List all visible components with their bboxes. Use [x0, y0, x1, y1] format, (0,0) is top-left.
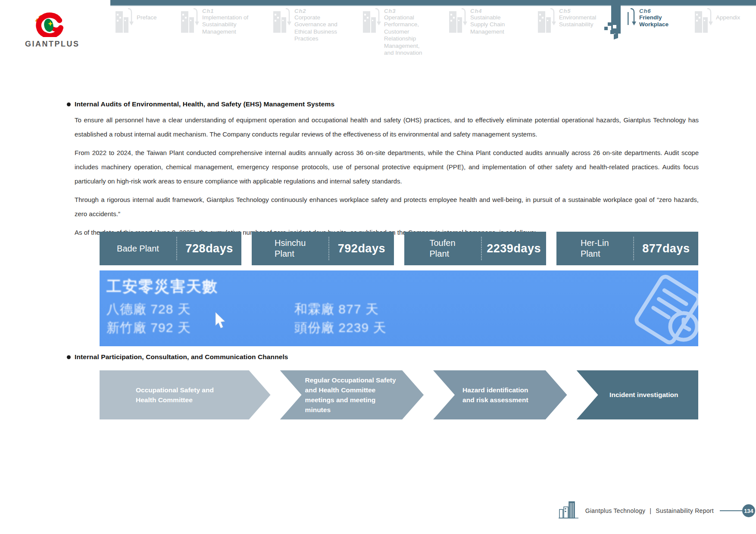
plant-name: Hsinchu Plant	[275, 238, 306, 259]
nav-tab-ch2[interactable]: Ch2Corporate Governance and Ethical Busi…	[273, 7, 344, 43]
days-value: 2239days	[482, 242, 546, 255]
nav-label: Corporate Governance and Ethical Busines…	[294, 14, 344, 43]
page-footer: Giantplus Technology | Sustainability Re…	[559, 499, 756, 523]
process-step-1: Occupational Safety and Health Committee	[100, 370, 271, 419]
chapter-number: Ch6	[639, 8, 675, 14]
section1-heading: Internal Audits of Environmental, Health…	[75, 100, 334, 108]
section2-heading-row: Internal Participation, Consultation, an…	[67, 353, 288, 361]
stat-card-toufen: Toufen Plant 2239days	[404, 232, 546, 265]
section2-heading: Internal Participation, Consultation, an…	[75, 353, 288, 361]
building-icon	[273, 8, 291, 43]
banner-line: 八德廠 728 天	[106, 301, 191, 318]
stat-card-bade: Bade Plant 728days	[100, 232, 241, 265]
nav-label: Appendix	[716, 14, 750, 21]
nav-label: Preface	[137, 14, 167, 21]
days-value: 728days	[177, 242, 241, 255]
nav-tab-ch6-active[interactable]: Ch6Friendly Workplace	[623, 7, 675, 34]
building-icon	[116, 8, 134, 34]
building-icon	[695, 8, 713, 34]
chapter-number: Ch2	[294, 8, 344, 14]
building-icon	[623, 8, 636, 34]
days-value: 792days	[329, 242, 394, 255]
chapter-number: Ch5	[559, 8, 602, 14]
bullet-icon	[67, 355, 71, 359]
footer-text: Giantplus Technology | Sustainability Re…	[585, 507, 714, 514]
section1-heading-row: Internal Audits of Environmental, Health…	[67, 100, 334, 108]
intranet-screenshot-banner: 工安零災害天數 八德廠 728 天 新竹廠 792 天 和霖廠 877 天 頭份…	[100, 270, 698, 346]
process-step-4: Incident investigation	[577, 370, 698, 419]
banner-line: 新竹廠 792 天	[106, 319, 191, 337]
bullet-icon	[67, 102, 71, 106]
nav-tab-ch5[interactable]: Ch5Environmental Sustainability	[538, 7, 602, 34]
paragraph: Through a rigorous internal audit framew…	[75, 192, 699, 221]
process-step-2: Regular Occupational Safety and Health C…	[280, 370, 424, 419]
nav-label: Implementation of Sustainability Managem…	[202, 14, 254, 35]
step-label: Occupational Safety and Health Committee	[100, 385, 236, 405]
pixel-square	[604, 27, 608, 30]
communication-process-arrows: Occupational Safety and Health Committee…	[100, 370, 698, 419]
stat-card-herlin: Her-Lin Plant 877days	[556, 232, 698, 265]
plant-name: Bade Plant	[117, 243, 159, 254]
pixel-square	[614, 33, 618, 40]
nav-label: Environmental Sustainability	[559, 14, 602, 28]
footer-divider: |	[650, 507, 651, 514]
pixel-square	[608, 22, 611, 26]
section1-paragraphs: To ensure all personnel have a clear und…	[75, 113, 699, 244]
nav-tab-ch4[interactable]: Ch4Sustainable Supply Chain Management	[449, 7, 512, 35]
process-step-3: Hazard identification and risk assessmen…	[433, 370, 567, 419]
chapter-number: Ch1	[202, 8, 254, 14]
paragraph: To ensure all personnel have a clear und…	[75, 113, 699, 141]
footer-rule	[720, 510, 742, 511]
nav-tab-ch3[interactable]: Ch3Operational Performance, Customer Rel…	[363, 7, 431, 57]
banner-line: 頭份廠 2239 天	[294, 319, 386, 337]
nav-label: Sustainable Supply Chain Management	[470, 14, 512, 35]
zero-incident-days-cards: Bade Plant 728days Hsinchu Plant 792days…	[100, 232, 698, 265]
building-icon	[181, 8, 199, 35]
step-label: Hazard identification and risk assessmen…	[433, 385, 532, 405]
footer-company: Giantplus Technology	[585, 507, 646, 514]
paragraph: From 2022 to 2024, the Taiwan Plant cond…	[75, 146, 699, 188]
step-label: Regular Occupational Safety and Health C…	[280, 375, 402, 415]
mouse-cursor-icon	[214, 312, 226, 332]
pixel-square	[613, 25, 616, 28]
top-accent-bar	[110, 0, 756, 6]
nav-tab-preface[interactable]: Preface	[116, 7, 167, 34]
nav-tab-appendix[interactable]: Appendix	[695, 7, 750, 34]
nav-label: Friendly Workplace	[639, 14, 675, 28]
page-number-badge: 134	[742, 504, 755, 517]
step-label: Incident investigation	[597, 390, 678, 400]
active-chapter-ribbon	[611, 0, 621, 34]
pixel-square	[610, 30, 614, 34]
skyline-icon	[559, 501, 581, 521]
footer-report: Sustainability Report	[656, 507, 714, 514]
days-value: 877days	[634, 242, 698, 255]
nav-tab-ch1[interactable]: Ch1Implementation of Sustainability Mana…	[181, 7, 254, 35]
chapter-number: Ch3	[384, 8, 431, 14]
document-clock-icon	[628, 271, 698, 346]
building-icon	[363, 8, 381, 57]
logo-wordmark: GIANTPLUS	[25, 40, 72, 49]
building-icon	[538, 8, 556, 34]
giantplus-logo-icon	[28, 9, 69, 37]
page-header: GIANTPLUS Preface Ch1Implementation of S…	[0, 0, 756, 60]
chapter-number	[716, 8, 750, 14]
building-icon	[449, 8, 467, 35]
plant-name: Her-Lin Plant	[581, 238, 609, 259]
plant-name: Toufen Plant	[429, 238, 455, 259]
banner-title: 工安零災害天數	[106, 276, 218, 297]
giantplus-logo: GIANTPLUS	[25, 9, 72, 49]
chapter-number	[137, 8, 167, 14]
stat-card-hsinchu: Hsinchu Plant 792days	[252, 232, 394, 265]
banner-line: 和霖廠 877 天	[294, 301, 379, 318]
chapter-number: Ch4	[470, 8, 512, 14]
nav-label: Operational Performance, Customer Relati…	[384, 14, 431, 57]
